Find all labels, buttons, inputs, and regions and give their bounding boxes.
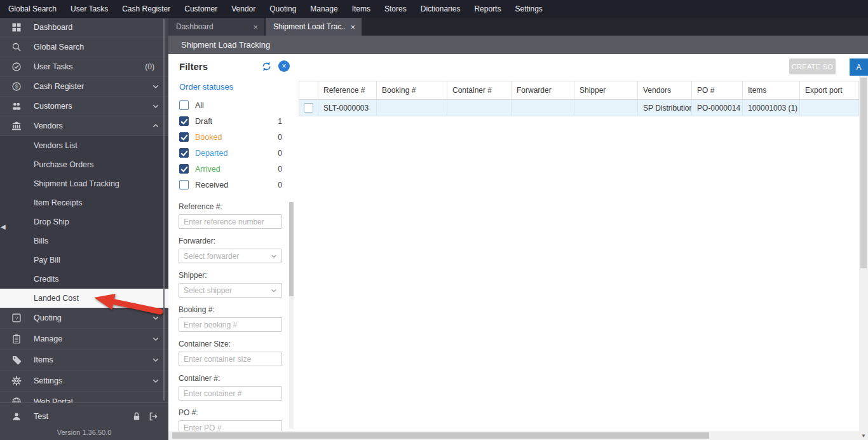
- items-icon: [11, 355, 22, 365]
- main-area: Dashboard × Shipment Load Trac... × Ship…: [168, 18, 868, 440]
- create-so-button[interactable]: CREATE SO: [789, 58, 836, 74]
- lock-icon[interactable]: [132, 411, 142, 422]
- shipper-select[interactable]: Select shipper: [179, 283, 282, 298]
- filters-scrollbar-thumb[interactable]: [289, 202, 294, 296]
- sidebar-item-label: User Tasks: [34, 62, 145, 71]
- sidebar-subitem-landed-cost[interactable]: Landed Cost: [0, 289, 168, 308]
- header-vendors[interactable]: Vendors: [638, 81, 692, 100]
- sidebar-item-customers[interactable]: Customers: [0, 97, 168, 116]
- container-size-label: Container Size:: [179, 340, 299, 348]
- sidebar-subitem-vendors-list[interactable]: Vendors List: [0, 136, 168, 155]
- logout-icon[interactable]: [148, 411, 158, 422]
- menubar-item-reports[interactable]: Reports: [467, 0, 508, 18]
- cell-reference-link[interactable]: SLT-0000003: [318, 100, 377, 116]
- header-booking[interactable]: Booking #: [377, 81, 447, 100]
- horizontal-scrollbar[interactable]: [168, 431, 859, 440]
- menubar-item-stores[interactable]: Stores: [377, 0, 414, 18]
- tab-shipment-load-tracking[interactable]: Shipment Load Trac... ×: [266, 18, 362, 36]
- status-count: 0: [278, 149, 282, 158]
- table-row[interactable]: SLT-0000003 SP Distribution PO-0000014 1…: [299, 100, 859, 116]
- sidebar-item-dashboard[interactable]: Dashboard: [0, 18, 168, 38]
- status-filter-all: All: [179, 97, 282, 113]
- sidebar-subitem-bills[interactable]: Bills: [0, 231, 168, 251]
- tab-dashboard[interactable]: Dashboard ×: [168, 18, 264, 36]
- shipper-label: Shipper:: [179, 271, 299, 280]
- menubar-item-quoting[interactable]: Quoting: [262, 0, 303, 18]
- sidebar-item-quoting[interactable]: Quoting: [0, 308, 168, 329]
- menubar-item-vendor[interactable]: Vendor: [224, 0, 262, 18]
- checkbox[interactable]: [179, 180, 189, 189]
- menubar-item-customer[interactable]: Customer: [177, 0, 224, 18]
- cell-items: 100001003 (1): [743, 100, 800, 116]
- sidebar-item-label: Customers: [34, 102, 151, 111]
- menubar-item-manage[interactable]: Manage: [303, 0, 344, 18]
- sidebar-subitem-drop-ship[interactable]: Drop Ship: [0, 212, 168, 231]
- menubar-item-global-search[interactable]: Global Search: [1, 0, 64, 18]
- add-button-clipped[interactable]: A: [850, 58, 868, 76]
- cell-po-link[interactable]: PO-0000014: [692, 100, 743, 116]
- sidebar-collapse-handle[interactable]: ◀: [1, 223, 6, 230]
- sidebar-subitem-pay-bill[interactable]: Pay Bill: [0, 251, 168, 270]
- header-po[interactable]: PO #: [692, 81, 743, 100]
- tab-label: Shipment Load Trac...: [273, 22, 345, 31]
- refresh-filters-icon[interactable]: [261, 61, 272, 72]
- sidebar-item-vendors[interactable]: Vendors: [0, 116, 168, 136]
- header-forwarder[interactable]: Forwarder: [512, 81, 574, 100]
- user-icon: [11, 411, 22, 422]
- sidebar-subitem-shipment-load-tracking[interactable]: Shipment Load Tracking: [0, 174, 168, 193]
- vertical-scrollbar-thumb[interactable]: [860, 78, 867, 268]
- container-number-input[interactable]: [179, 386, 282, 401]
- header-shipper[interactable]: Shipper: [574, 81, 638, 100]
- sidebar-subitem-credits[interactable]: Credits: [0, 270, 168, 289]
- status-label: Arrived: [195, 165, 278, 174]
- sidebar-scrollbar[interactable]: [163, 19, 165, 401]
- cell-export-port: [800, 100, 859, 116]
- menubar-item-user-tasks[interactable]: User Tasks: [64, 0, 115, 18]
- sidebar-item-global-search[interactable]: Global Search: [0, 38, 168, 57]
- horizontal-scrollbar-thumb[interactable]: [172, 432, 709, 439]
- menubar-item-settings[interactable]: Settings: [508, 0, 549, 18]
- booking-number-input[interactable]: [179, 317, 282, 332]
- menubar-item-dictionaries[interactable]: Dictionaries: [414, 0, 468, 18]
- close-icon[interactable]: ×: [253, 22, 258, 32]
- sidebar-item-manage[interactable]: Manage: [0, 329, 168, 350]
- vertical-scrollbar[interactable]: ▼: [859, 76, 868, 440]
- chevron-down-icon: [151, 355, 161, 365]
- header-reference[interactable]: Reference #: [318, 81, 377, 100]
- search-icon: [11, 42, 22, 52]
- scroll-down-arrow-icon[interactable]: ▼: [859, 433, 868, 439]
- close-icon: ×: [281, 62, 286, 71]
- checkbox[interactable]: [179, 164, 189, 174]
- sidebar-item-settings[interactable]: Settings: [0, 371, 168, 392]
- header-container[interactable]: Container #: [447, 81, 512, 100]
- forwarder-select[interactable]: Select forwarder: [179, 249, 282, 263]
- sidebar-subitem-item-receipts[interactable]: Item Receipts: [0, 193, 168, 212]
- filters-scrollbar[interactable]: [289, 202, 294, 429]
- status-count: 0: [278, 165, 282, 174]
- clear-filters-icon[interactable]: ×: [278, 60, 290, 72]
- status-label: Booked: [195, 133, 278, 142]
- header-items[interactable]: Items: [743, 81, 800, 100]
- booking-number-label: Booking #:: [179, 305, 299, 314]
- container-size-input[interactable]: [179, 352, 282, 366]
- sidebar-item-user-tasks[interactable]: User Tasks (0): [0, 57, 168, 77]
- checkbox[interactable]: [179, 100, 189, 110]
- reference-number-input[interactable]: [179, 214, 282, 229]
- cell-vendors-link[interactable]: SP Distribution: [638, 100, 692, 116]
- checkbox[interactable]: [179, 116, 189, 126]
- row-checkbox[interactable]: [304, 103, 313, 113]
- menubar-item-cash-register[interactable]: Cash Register: [115, 0, 177, 18]
- sidebar-item-web-portal[interactable]: Web Portal: [0, 392, 168, 403]
- sidebar-item-items[interactable]: Items: [0, 350, 168, 371]
- user-tasks-count-badge: (0): [145, 62, 154, 71]
- header-export-port[interactable]: Export port: [800, 81, 859, 100]
- sidebar-item-label: Manage: [34, 334, 151, 343]
- close-icon[interactable]: ×: [350, 22, 355, 32]
- checkbox[interactable]: [179, 148, 189, 158]
- sidebar-item-cash-register[interactable]: Cash Register: [0, 77, 168, 97]
- menubar-item-items[interactable]: Items: [345, 0, 377, 18]
- checkbox[interactable]: [179, 132, 189, 142]
- po-number-input[interactable]: [179, 420, 282, 431]
- sidebar-subitem-purchase-orders[interactable]: Purchase Orders: [0, 155, 168, 174]
- tab-bar: Dashboard × Shipment Load Trac... ×: [168, 18, 868, 36]
